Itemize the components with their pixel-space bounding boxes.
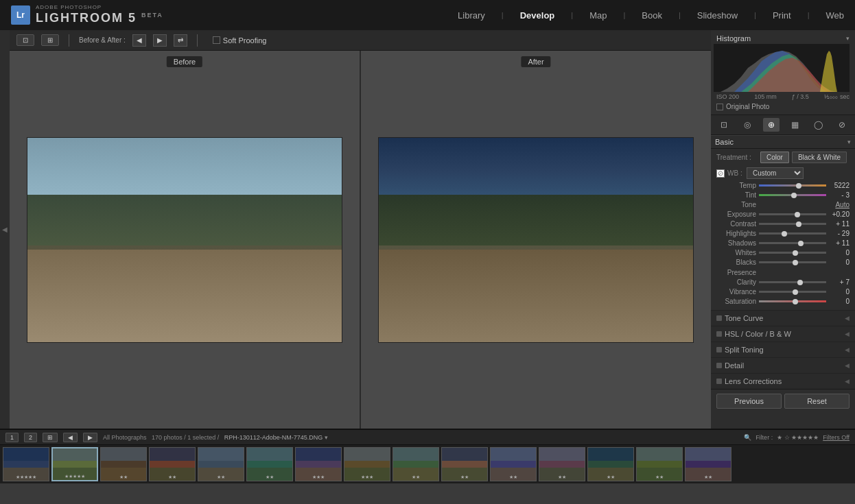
whites-thumb[interactable]	[793, 250, 798, 256]
color-btn[interactable]: Color	[760, 152, 789, 163]
reset-btn[interactable]: Reset	[784, 394, 850, 409]
lens-corrections-section[interactable]: Lens Corrections ◀	[711, 373, 855, 389]
lr-icon: Lr	[11, 5, 30, 25]
filmstrip-prev-btn[interactable]: ◀	[63, 433, 78, 442]
split-toning-toggle[interactable]	[716, 347, 722, 352]
lens-corrections-toggle[interactable]	[716, 379, 722, 384]
graduated-filter-tool[interactable]: ▦	[786, 118, 803, 132]
tint-slider[interactable]	[759, 194, 826, 196]
hsl-arrow: ◀	[845, 331, 850, 337]
bw-btn[interactable]: Black & White	[792, 152, 847, 163]
filmstrip-next-btn[interactable]: ▶	[83, 433, 97, 442]
auto-tone-btn[interactable]: Auto	[835, 201, 850, 208]
hsl-toggle[interactable]	[716, 331, 722, 337]
filmstrip-thumb-13[interactable]: ★★	[636, 447, 683, 481]
histogram-header: Histogram ▾	[714, 33, 852, 44]
soft-proofing-checkbox[interactable]	[213, 36, 220, 44]
filmstrip-thumb-1[interactable]: ★★★★★	[51, 447, 98, 481]
treatment-row: Treatment : Color Black & White	[716, 152, 850, 163]
tint-slider-row: Tint - 3	[716, 191, 850, 199]
spot-removal-tool[interactable]: ◎	[739, 118, 756, 132]
radial-filter-tool[interactable]: ◯	[810, 118, 826, 132]
original-photo-checkbox[interactable]	[716, 104, 723, 110]
wb-row: WB : Custom Auto As Shot Daylight Cloudy…	[716, 167, 850, 179]
lens-corrections-title: Lens Corrections	[725, 377, 782, 385]
histogram-collapse-arrow[interactable]: ▾	[846, 35, 850, 42]
before-after-swap-btn[interactable]: ⇄	[174, 34, 187, 47]
filmstrip-thumb-4[interactable]: ★★	[198, 447, 244, 481]
highlights-thumb[interactable]	[782, 231, 787, 237]
filmstrip-thumb-9[interactable]: ★★	[441, 447, 488, 481]
basic-section-arrow: ▾	[847, 139, 851, 145]
nav-library[interactable]: Library	[458, 8, 485, 23]
tone-curve-section[interactable]: Tone Curve ◀	[711, 310, 855, 326]
exposure-label: Exposure	[716, 211, 756, 218]
filmstrip-thumb-3[interactable]: ★★	[149, 447, 196, 481]
exposure-slider[interactable]	[759, 213, 826, 215]
tint-thumb[interactable]	[791, 193, 797, 198]
nav-develop[interactable]: Develop	[520, 8, 555, 23]
filmstrip-view2-btn[interactable]: 2	[24, 433, 37, 442]
vibrance-slider[interactable]	[759, 291, 826, 293]
nav-slideshow[interactable]: Slideshow	[697, 8, 738, 23]
temp-thumb[interactable]	[796, 183, 801, 189]
highlights-slider[interactable]	[759, 232, 826, 235]
left-panel[interactable]: ◀	[0, 30, 10, 429]
filmstrip-thumb-14[interactable]: ★★	[685, 447, 731, 481]
view-single-btn[interactable]: ⊡	[16, 34, 34, 46]
clarity-thumb[interactable]	[797, 280, 803, 285]
clarity-slider[interactable]	[759, 281, 826, 283]
wb-dropdown[interactable]: Custom Auto As Shot Daylight Cloudy Shad…	[747, 167, 804, 179]
nav-web[interactable]: Web	[826, 8, 845, 23]
after-panel: After	[361, 51, 711, 429]
filmstrip-thumb-0[interactable]: ★★★★★	[3, 447, 49, 481]
before-after-left-btn[interactable]: ◀	[132, 34, 146, 47]
saturation-thumb[interactable]	[793, 299, 798, 304]
wb-eyedropper[interactable]	[716, 169, 725, 178]
saturation-slider[interactable]	[759, 300, 826, 302]
soft-proofing-label: Soft Proofing	[223, 36, 267, 45]
filmstrip-thumb-6[interactable]: ★★★	[295, 447, 342, 481]
vibrance-thumb[interactable]	[793, 289, 798, 295]
filmstrip-view1-btn[interactable]: 1	[5, 433, 19, 442]
thumb-stars-5: ★★	[247, 475, 292, 480]
exposure-thumb[interactable]	[795, 212, 800, 217]
filmstrip-thumb-12[interactable]: ★★	[587, 447, 634, 481]
filename-dropdown[interactable]: ▾	[325, 434, 328, 441]
detail-section[interactable]: Detail ◀	[711, 357, 855, 373]
blacks-thumb[interactable]	[793, 260, 798, 265]
whites-slider[interactable]	[759, 252, 826, 254]
previous-btn[interactable]: Previous	[716, 394, 782, 409]
split-toning-section[interactable]: Split Toning ◀	[711, 341, 855, 357]
filmstrip-thumb-2[interactable]: ★★	[100, 447, 147, 481]
temp-slider[interactable]	[759, 184, 826, 187]
before-after-right-btn[interactable]: ▶	[153, 34, 167, 47]
view-grid-btn[interactable]: ⊞	[41, 34, 59, 46]
filmstrip-thumb-11[interactable]: ★★	[539, 447, 585, 481]
basic-section-header[interactable]: Basic ▾	[711, 135, 855, 149]
clarity-label: Clarity	[716, 278, 756, 286]
nav-map[interactable]: Map	[589, 8, 607, 23]
blacks-slider[interactable]	[759, 261, 826, 263]
redeye-tool[interactable]: ⊕	[763, 118, 780, 132]
filters-off[interactable]: Filters Off	[823, 434, 850, 441]
detail-toggle[interactable]	[716, 363, 722, 368]
filmstrip-thumb-5[interactable]: ★★	[246, 447, 293, 481]
blacks-slider-row: Blacks 0	[716, 259, 850, 266]
nav-print[interactable]: Print	[773, 8, 791, 23]
hsl-section[interactable]: HSL / Color / B & W ◀	[711, 326, 855, 341]
all-photographs-label[interactable]: All Photographs	[103, 434, 147, 441]
shadows-thumb[interactable]	[798, 241, 804, 246]
contrast-thumb[interactable]	[796, 221, 801, 227]
shadows-slider[interactable]	[759, 242, 826, 244]
contrast-slider[interactable]	[759, 223, 826, 225]
adjustment-brush-tool[interactable]: ⊘	[834, 118, 850, 132]
crop-tool[interactable]: ⊡	[716, 118, 732, 132]
filmstrip-grid-btn[interactable]: ⊞	[43, 433, 58, 442]
nav-book[interactable]: Book	[642, 8, 662, 23]
filmstrip-thumb-8[interactable]: ★★	[393, 447, 439, 481]
filmstrip-thumb-10[interactable]: ★★	[490, 447, 537, 481]
tools-row: ⊡ ◎ ⊕ ▦ ◯ ⊘	[711, 115, 855, 135]
tone-curve-toggle[interactable]	[716, 315, 722, 321]
filmstrip-thumb-7[interactable]: ★★★	[344, 447, 390, 481]
